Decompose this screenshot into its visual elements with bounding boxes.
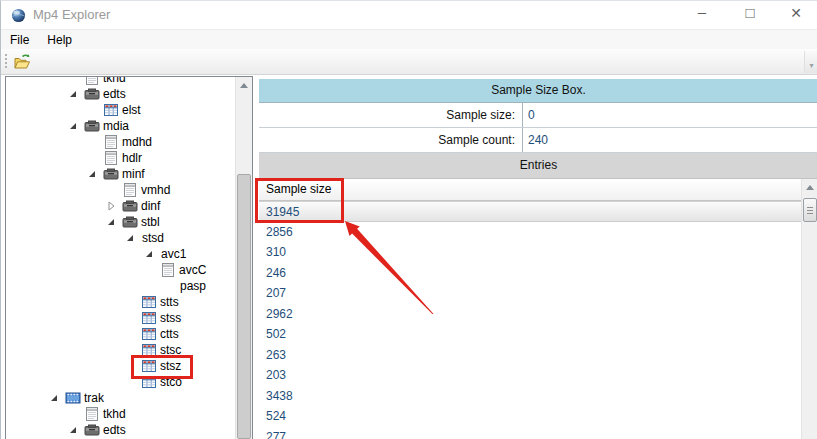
tree-item-vmhd[interactable]: vmhd: [6, 182, 235, 198]
folder-icon: [84, 422, 102, 438]
tree-item-label: tkhd: [102, 76, 126, 85]
table-icon: [141, 358, 159, 374]
expander-expanded-icon[interactable]: [48, 392, 65, 404]
menu-file[interactable]: File: [1, 31, 38, 49]
tree-item-label: dinf: [140, 199, 160, 213]
expander-expanded-icon[interactable]: [124, 232, 141, 244]
expander-spacer: [162, 280, 179, 292]
entries-table: Sample size 3194528563102462072962502263…: [259, 179, 817, 439]
table-icon: [141, 374, 159, 390]
table-row[interactable]: 524: [259, 406, 801, 427]
tree-item-trak[interactable]: trak: [6, 390, 235, 406]
table-icon: [103, 102, 121, 118]
expander-expanded-icon[interactable]: [67, 88, 84, 100]
box-tree-panel: tkhdedtselstmdiamdhdhdlrminfvmhddinfstbl…: [5, 76, 253, 439]
sample-count-field[interactable]: 240: [522, 128, 817, 152]
toolbar-overflow-button[interactable]: ▾: [804, 51, 817, 73]
doc-icon: [103, 134, 121, 150]
minimize-button[interactable]: –: [687, 1, 717, 27]
tree-item-label: stsz: [159, 359, 181, 373]
table-row[interactable]: 31945: [259, 201, 801, 222]
expander-collapsed-icon[interactable]: [105, 200, 122, 212]
scroll-up-icon[interactable]: [236, 77, 253, 94]
tree-item-stco[interactable]: stco: [6, 374, 235, 390]
folder-icon: [84, 118, 102, 134]
tree-item-mdhd[interactable]: mdhd: [6, 134, 235, 150]
table-row[interactable]: 310: [259, 242, 801, 263]
tree-item-stss[interactable]: stss: [6, 310, 235, 326]
doc-icon: [84, 76, 102, 86]
table-row[interactable]: 502: [259, 324, 801, 345]
titlebar: Mp4 Explorer – □ ✕: [1, 1, 817, 29]
tree-item-elst[interactable]: elst: [6, 102, 235, 118]
scroll-up-icon[interactable]: [802, 179, 817, 196]
toolbar-grip: [5, 54, 7, 70]
tree-item-tkhd[interactable]: tkhd: [6, 76, 235, 86]
tree-item-label: edts: [102, 423, 126, 437]
tree-item-stsc[interactable]: stsc: [6, 342, 235, 358]
entries-scrollbar[interactable]: [801, 179, 817, 439]
tree-item-stsz[interactable]: stsz: [6, 358, 235, 374]
tree-item-label: minf: [121, 167, 145, 181]
table-icon: [141, 310, 159, 326]
tree-item-hdlr[interactable]: hdlr: [6, 150, 235, 166]
table-row[interactable]: 2962: [259, 304, 801, 325]
table-row[interactable]: 2856: [259, 222, 801, 243]
table-row[interactable]: 263: [259, 345, 801, 366]
close-button[interactable]: ✕: [781, 1, 811, 27]
expander-spacer: [67, 76, 84, 84]
tree-scrollbar[interactable]: [235, 77, 252, 439]
tree-item-stts[interactable]: stts: [6, 294, 235, 310]
tree-item-label: avcC: [178, 263, 206, 277]
sample-count-label: Sample count:: [259, 128, 522, 152]
table-row[interactable]: 3438: [259, 386, 801, 407]
expander-expanded-icon[interactable]: [86, 168, 103, 180]
menu-help[interactable]: Help: [38, 31, 81, 49]
tree-scrollbar-thumb[interactable]: [237, 174, 251, 439]
tree-item-avcC[interactable]: avcC: [6, 262, 235, 278]
tree-item-edts[interactable]: edts: [6, 422, 235, 438]
box-title-header: Sample Size Box.: [259, 79, 817, 103]
tree-item-label: mdhd: [121, 135, 152, 149]
tree-item-label: avc1: [160, 247, 186, 261]
expander-expanded-icon[interactable]: [143, 248, 160, 260]
open-folder-icon[interactable]: [12, 52, 32, 72]
tree-item-label: stsd: [141, 231, 164, 245]
tree-item-ctts[interactable]: ctts: [6, 326, 235, 342]
tree-item-dinf[interactable]: dinf: [6, 198, 235, 214]
table-row[interactable]: 207: [259, 283, 801, 304]
tree-item-label: stbl: [140, 215, 160, 229]
entries-scrollbar-thumb[interactable]: [803, 198, 817, 222]
doc-icon: [103, 150, 121, 166]
entries-table-header-row: Sample size: [259, 179, 801, 201]
tree-item-stsd[interactable]: stsd: [6, 230, 235, 246]
sample-size-label: Sample size:: [259, 103, 522, 127]
expander-spacer: [124, 344, 141, 356]
tree-item-edts[interactable]: edts: [6, 86, 235, 102]
toolbar: ▾: [1, 49, 817, 75]
expander-expanded-icon[interactable]: [67, 120, 84, 132]
tree-item-label: stsc: [159, 343, 181, 357]
tree-item-avc1[interactable]: avc1: [6, 246, 235, 262]
expander-spacer: [105, 184, 122, 196]
table-row[interactable]: 246: [259, 263, 801, 284]
box-details-panel: Sample Size Box. Sample size: 0 Sample c…: [259, 79, 817, 439]
tree-item-label: trak: [83, 391, 104, 405]
tree-item-mdia[interactable]: mdia: [6, 118, 235, 134]
tree-item-tkhd[interactable]: tkhd: [6, 406, 235, 422]
tree-item-pasp[interactable]: pasp: [6, 278, 235, 294]
sample-size-field[interactable]: 0: [522, 103, 817, 127]
tree-item-minf[interactable]: minf: [6, 166, 235, 182]
expander-expanded-icon[interactable]: [67, 424, 84, 436]
column-header-sample-size[interactable]: Sample size: [259, 179, 343, 200]
maximize-button[interactable]: □: [735, 1, 765, 27]
tree-item-label: tkhd: [102, 407, 126, 421]
expander-expanded-icon[interactable]: [105, 216, 122, 228]
tree-item-label: pasp: [179, 279, 206, 293]
table-row[interactable]: 277: [259, 427, 801, 439]
expander-spacer: [86, 152, 103, 164]
sample-count-row: Sample count: 240: [259, 128, 817, 153]
table-row[interactable]: 203: [259, 365, 801, 386]
folder-icon: [122, 214, 140, 230]
tree-item-stbl[interactable]: stbl: [6, 214, 235, 230]
